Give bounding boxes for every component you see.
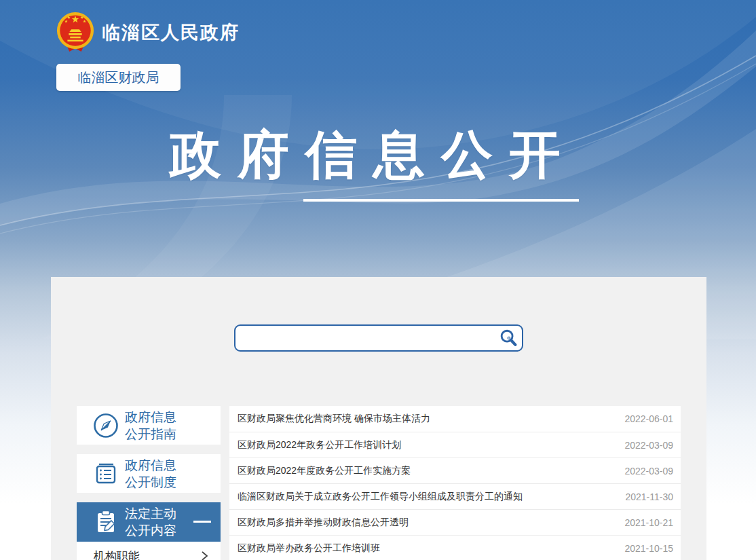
search-icon	[498, 328, 518, 348]
news-list: 区财政局聚焦优化营商环境 确保市场主体活力 2022-06-01 区财政局202…	[229, 406, 681, 560]
news-item-date: 2022-03-09	[624, 440, 673, 451]
news-list-item[interactable]: 区财政局2022年政务公开工作培训计划 2022-03-09	[229, 432, 681, 458]
department-badge[interactable]: 临淄区财政局	[56, 64, 181, 91]
news-list-item[interactable]: 临淄区财政局关于成立政务公开工作领导小组组成及职责分工的通知 2021-11-3…	[229, 483, 681, 509]
department-badge-label: 临淄区财政局	[78, 69, 159, 87]
search-bar	[234, 324, 523, 352]
title-underline	[303, 199, 579, 202]
news-list-item[interactable]: 区财政局2022年度政务公开工作实施方案 2022-03-09	[229, 458, 681, 483]
sidebar-item-label: 政府信息 公开制度	[125, 457, 176, 491]
site-title: 临淄区人民政府	[102, 20, 240, 45]
national-emblem-logo	[56, 11, 95, 54]
ledger-icon	[92, 460, 119, 487]
news-item-title[interactable]: 区财政局举办政务公开工作培训班	[238, 542, 380, 555]
clipboard-pencil-icon	[92, 508, 119, 536]
news-item-date: 2021-10-21	[624, 517, 673, 528]
news-item-title[interactable]: 区财政局2022年度政务公开工作实施方案	[238, 465, 411, 477]
news-item-date: 2022-06-01	[624, 413, 673, 424]
compass-icon	[92, 412, 119, 439]
news-item-title[interactable]: 区财政局2022年政务公开工作培训计划	[238, 439, 401, 451]
news-item-title[interactable]: 区财政局多措并举推动财政信息公开透明	[238, 517, 409, 529]
chevron-right-icon	[200, 550, 208, 560]
news-item-date: 2021-10-15	[624, 543, 673, 554]
page: 临淄区人民政府 临淄区财政局 政府信息公开 政府信息 公开指南	[0, 0, 756, 560]
sidebar-subitem-label: 机构职能	[94, 548, 140, 560]
news-list-item[interactable]: 区财政局举办政务公开工作培训班 2021-10-15	[229, 535, 681, 560]
collapse-minus-icon[interactable]	[193, 521, 211, 523]
sidebar-item-statutory-disclosure[interactable]: 法定主动 公开内容	[77, 502, 221, 542]
sidebar-item-system[interactable]: 政府信息 公开制度	[77, 454, 221, 493]
news-item-date: 2022-03-09	[624, 466, 673, 477]
news-item-date: 2021-11-30	[625, 491, 673, 502]
search-input[interactable]	[235, 326, 495, 350]
sidebar-item-guide[interactable]: 政府信息 公开指南	[77, 406, 221, 445]
sidebar-item-label: 法定主动 公开内容	[125, 505, 176, 539]
news-list-item[interactable]: 区财政局多措并举推动财政信息公开透明 2021-10-21	[229, 509, 681, 535]
news-item-title[interactable]: 区财政局聚焦优化营商环境 确保市场主体活力	[238, 413, 430, 425]
search-button[interactable]	[495, 326, 522, 350]
sidebar-subitem-functions[interactable]: 机构职能	[77, 542, 221, 560]
news-list-item[interactable]: 区财政局聚焦优化营商环境 确保市场主体活力 2022-06-01	[229, 406, 681, 432]
sidebar-item-label: 政府信息 公开指南	[125, 409, 176, 443]
news-item-title[interactable]: 临淄区财政局关于成立政务公开工作领导小组组成及职责分工的通知	[238, 491, 523, 503]
page-title: 政府信息公开	[170, 128, 577, 183]
